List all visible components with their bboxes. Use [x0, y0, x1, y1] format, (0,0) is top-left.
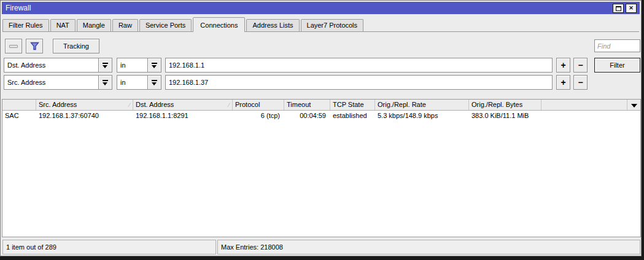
filter2-op-combo[interactable]: in: [117, 75, 148, 90]
filter1-value-input[interactable]: [165, 58, 553, 73]
filter1-field-combo[interactable]: Dst. Address: [4, 58, 99, 73]
plus-icon: +: [561, 78, 565, 87]
titlebar[interactable]: Firewall ✕: [2, 2, 640, 14]
remove-icon: [9, 45, 18, 48]
tab-mangle[interactable]: Mangle: [77, 19, 111, 31]
apply-filter-label: Filter: [610, 61, 624, 69]
tab-strip: Filter Rules NAT Mangle Raw Service Port…: [2, 17, 639, 32]
filter1-field-value: Dst. Address: [7, 61, 45, 69]
filter2-field-dropdown-button[interactable]: [98, 75, 112, 90]
column-header-orig-repl-bytes[interactable]: Orig./Repl. Bytes: [469, 100, 541, 110]
find-input[interactable]: [594, 39, 640, 52]
combo-dropdown-icon: [152, 80, 157, 85]
cell-flags: SAC: [2, 111, 36, 122]
filter1-remove-button[interactable]: −: [573, 58, 588, 73]
filter1-op-dropdown-button[interactable]: [147, 58, 161, 73]
tab-raw[interactable]: Raw: [112, 19, 138, 31]
connections-table: Src. Address ∕ Dst. Address ∕ Protocol T…: [2, 99, 641, 237]
minus-icon: −: [578, 78, 583, 87]
minus-icon: −: [578, 61, 583, 69]
column-selector-button[interactable]: [627, 100, 640, 110]
column-header-flags[interactable]: [2, 100, 36, 110]
tracking-button[interactable]: Tracking: [53, 39, 99, 53]
combo-dropdown-icon: [103, 63, 108, 68]
table-row[interactable]: SAC 192.168.1.37:60740 192.168.1.1:8291 …: [2, 111, 640, 122]
filter1-field-dropdown-button[interactable]: [98, 58, 112, 73]
filter-toggle-button[interactable]: [26, 39, 43, 53]
restore-icon: [616, 6, 621, 11]
table-header-row: Src. Address ∕ Dst. Address ∕ Protocol T…: [2, 100, 640, 111]
status-max-entries: Max Entries: 218008: [217, 240, 640, 254]
tab-connections[interactable]: Connections: [193, 17, 245, 32]
filter1-op-value: in: [120, 61, 126, 69]
funnel-icon: [30, 42, 39, 50]
filter2-value-input[interactable]: [165, 75, 553, 90]
cell-dst-address: 192.168.1.1:8291: [133, 111, 233, 122]
sort-icon: ∕: [129, 101, 130, 108]
cell-orig-repl-bytes: 383.0 KiB/11.1 MiB: [469, 111, 541, 122]
close-icon: ✕: [629, 6, 634, 11]
cell-timeout: 00:04:59: [284, 111, 330, 122]
cell-src-address: 192.168.1.37:60740: [36, 111, 133, 122]
cell-protocol: 6 (tcp): [233, 111, 284, 122]
column-header-timeout[interactable]: Timeout: [284, 100, 330, 110]
filter2-remove-button[interactable]: −: [573, 75, 588, 90]
apply-filter-button[interactable]: Filter: [594, 58, 640, 73]
plus-icon: +: [561, 61, 565, 69]
column-header-src-address[interactable]: Src. Address ∕: [36, 100, 133, 110]
filter1-add-button[interactable]: +: [556, 58, 570, 73]
column-header-tcp-state[interactable]: TCP State: [330, 100, 375, 110]
column-header-protocol[interactable]: Protocol: [233, 100, 284, 110]
combo-dropdown-icon: [152, 63, 157, 68]
tab-address-lists[interactable]: Address Lists: [246, 19, 299, 31]
tab-filter-rules[interactable]: Filter Rules: [2, 19, 49, 31]
column-header-dst-address[interactable]: Dst. Address ∕: [133, 100, 233, 110]
filter2-field-combo[interactable]: Src. Address: [4, 75, 99, 90]
restore-button[interactable]: [613, 4, 624, 13]
tab-nat[interactable]: NAT: [50, 19, 76, 31]
cell-tcp-state: established: [330, 111, 375, 122]
tab-layer7-protocols[interactable]: Layer7 Protocols: [301, 19, 364, 31]
tracking-button-label: Tracking: [63, 42, 89, 50]
status-item-count: 1 item out of 289: [2, 240, 216, 254]
filter2-op-value: in: [120, 79, 126, 86]
column-header-orig-repl-rate[interactable]: Orig./Repl. Rate: [375, 100, 469, 110]
tab-service-ports[interactable]: Service Ports: [139, 19, 192, 31]
filter2-op-dropdown-button[interactable]: [147, 75, 161, 90]
combo-dropdown-icon: [103, 80, 108, 85]
close-button[interactable]: ✕: [626, 4, 637, 13]
sort-icon: ∕: [228, 101, 230, 108]
filter2-field-value: Src. Address: [7, 79, 45, 86]
filter2-add-button[interactable]: +: [556, 75, 570, 90]
remove-connection-button[interactable]: [5, 39, 22, 53]
cell-orig-repl-rate: 5.3 kbps/148.9 kbps: [375, 111, 469, 122]
window-title: Firewall: [2, 4, 31, 12]
firewall-window: Firewall ✕ Filter Rules NAT Mangle Raw S…: [0, 0, 642, 256]
filter1-op-combo[interactable]: in: [117, 58, 148, 73]
chevron-down-icon: [631, 104, 637, 108]
